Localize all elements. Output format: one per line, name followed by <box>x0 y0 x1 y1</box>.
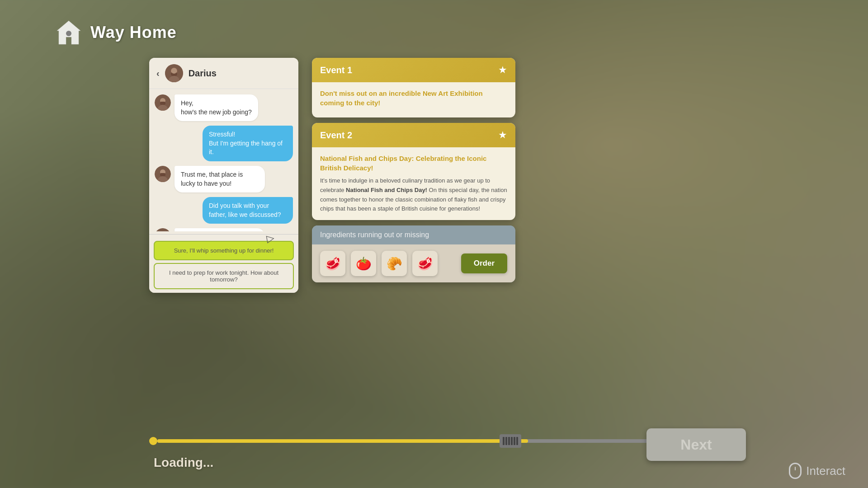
message-row: Stressful!But I'm getting the hang of it… <box>155 126 293 161</box>
ingredients-panel: Ingredients running out or missing 🥩 🍅 🥐… <box>312 225 515 282</box>
event-highlight-1: Don't miss out on an incredible New Art … <box>320 89 507 108</box>
interact-area: Interact <box>789 463 845 479</box>
event-header-2: Event 2 ★ <box>312 123 515 147</box>
chat-option-2[interactable]: I need to prep for work tonight. How abo… <box>154 263 294 289</box>
event-card-2: Event 2 ★ National Fish and Chips Day: C… <box>312 123 515 220</box>
progress-fill <box>157 439 528 443</box>
ingredients-header: Ingredients running out or missing <box>312 225 515 244</box>
event-body-1: Don't miss out on an incredible New Art … <box>312 82 515 117</box>
ingredient-meat: 🥩 <box>412 251 438 276</box>
msg-bubble-sent: Stressful!But I'm getting the hang of it… <box>203 126 293 161</box>
ingredients-title: Ingredients running out or missing <box>320 231 429 239</box>
message-row: Ah. About that. Seems we may have some c… <box>155 228 293 231</box>
chat-options: Sure, I'll whip something up for dinner!… <box>149 237 298 293</box>
events-panel: Event 1 ★ Don't miss out on an incredibl… <box>312 58 515 282</box>
event-title-1: Event 1 <box>320 65 352 75</box>
interact-label[interactable]: Interact <box>806 464 845 478</box>
ingredients-body: 🥩 🍅 🥐 🥩 Order <box>312 244 515 282</box>
order-button[interactable]: Order <box>461 253 507 273</box>
ingredient-salami: 🥩 <box>320 251 345 276</box>
event-body-2: National Fish and Chips Day: Celebrating… <box>312 147 515 220</box>
msg-bubble-received: Hey,how's the new job going? <box>175 94 258 121</box>
chat-panel: ‹ Darius <box>149 58 298 293</box>
event-header-1: Event 1 ★ <box>312 58 515 82</box>
msg-bubble-sent: Did you talk with your father, like we d… <box>203 197 293 224</box>
back-button[interactable]: ‹ <box>156 68 160 79</box>
loading-text: Loading... <box>154 455 213 470</box>
message-row: Did you talk with your father, like we d… <box>155 197 293 224</box>
event-highlight-2: National Fish and Chips Day: Celebrating… <box>320 154 507 173</box>
svg-point-6 <box>171 68 177 74</box>
msg-avatar <box>155 228 171 231</box>
app-title: Way Home <box>90 23 177 42</box>
svg-point-1 <box>66 31 71 36</box>
chat-messages: Hey,how's the new job going? Stressful!B… <box>149 89 298 231</box>
svg-point-15 <box>155 228 171 231</box>
msg-avatar <box>155 166 171 182</box>
next-button[interactable]: Next <box>646 428 746 461</box>
msg-avatar <box>155 94 171 111</box>
message-row: Trust me, that place is lucky to have yo… <box>155 166 293 192</box>
avatar <box>165 64 183 82</box>
ingredient-tomato: 🍅 <box>351 251 376 276</box>
logo-area: Way Home <box>54 18 177 47</box>
progress-dot <box>149 437 157 445</box>
chat-header: ‹ Darius <box>149 58 298 89</box>
mouse-icon <box>789 463 802 479</box>
svg-rect-10 <box>160 102 165 105</box>
message-row: Hey,how's the new job going? <box>155 94 293 121</box>
msg-bubble-received: Ah. About that. Seems we may have some c… <box>175 228 265 231</box>
home-pin-icon <box>54 18 83 47</box>
star-icon-2[interactable]: ★ <box>498 129 507 141</box>
event-title-2: Event 2 <box>320 130 352 141</box>
star-icon-1[interactable]: ★ <box>498 64 507 76</box>
msg-bubble-received: Trust me, that place is lucky to have yo… <box>175 166 265 192</box>
chat-username: Darius <box>189 68 217 79</box>
cassette-icon <box>500 434 521 448</box>
event-description-2: It's time to indulge in a beloved culina… <box>320 176 507 214</box>
ingredient-bread: 🥐 <box>382 251 407 276</box>
event-card-1: Event 1 ★ Don't miss out on an incredibl… <box>312 58 515 117</box>
svg-rect-14 <box>160 173 165 176</box>
